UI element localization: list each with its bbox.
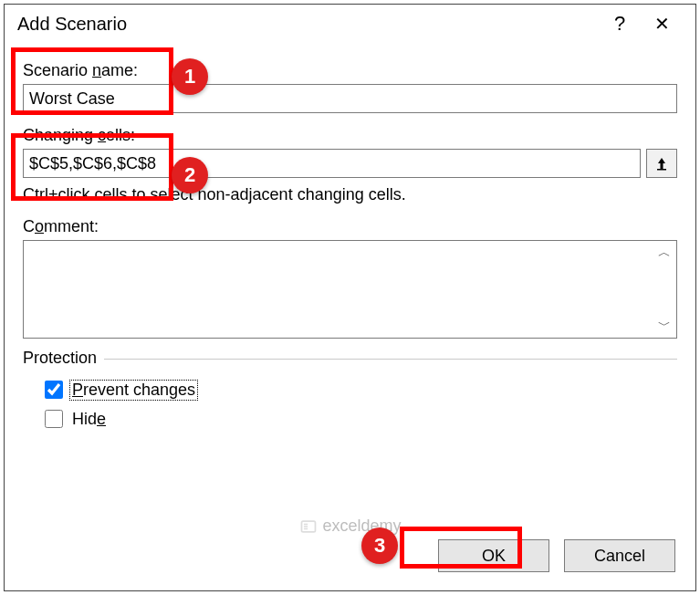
changing-cells-hint: Ctrl+click cells to select non-adjacent … [23, 185, 677, 204]
label-text: mment: [44, 217, 99, 235]
scenario-name-input[interactable] [23, 84, 677, 113]
cancel-button[interactable]: Cancel [564, 539, 675, 572]
dialog-title: Add Scenario [17, 14, 599, 35]
label-hotkey: o [35, 217, 44, 235]
changing-cells-row [23, 149, 677, 178]
collapse-dialog-button[interactable] [646, 149, 677, 178]
label-hotkey: c [98, 126, 106, 144]
comment-textarea[interactable]: ︿ ﹀ [23, 240, 677, 339]
dialog-buttons: OK Cancel [438, 539, 675, 572]
prevent-changes-label[interactable]: Prevent changes [70, 381, 197, 400]
hide-row: Hide [41, 407, 677, 431]
scenario-name-label: Scenario name: [23, 61, 677, 80]
svg-rect-0 [657, 169, 666, 171]
label-hotkey: P [72, 381, 83, 399]
hide-label[interactable]: Hide [70, 410, 108, 429]
scroll-up-icon[interactable]: ︿ [654, 243, 674, 263]
range-picker-icon [654, 156, 669, 171]
help-button[interactable]: ? [599, 12, 641, 36]
comment-label: Comment: [23, 217, 677, 236]
label-text: revent changes [83, 381, 195, 399]
hide-checkbox[interactable] [45, 410, 63, 428]
protection-group-title: Protection [23, 349, 104, 368]
watermark: exceldemy [298, 517, 401, 536]
watermark-icon [298, 517, 317, 536]
watermark-text: exceldemy [322, 517, 401, 536]
prevent-changes-row: Prevent changes [41, 378, 677, 402]
add-scenario-dialog: Add Scenario ? ✕ Scenario name: Changing… [4, 4, 696, 591]
label-hotkey: n [92, 61, 101, 79]
label-text: ame: [101, 61, 138, 79]
dialog-body: Scenario name: Changing cells: Ctrl+clic… [5, 43, 695, 431]
label-text: Changing [23, 126, 98, 144]
label-text: Hid [72, 410, 97, 428]
prevent-changes-checkbox[interactable] [45, 381, 63, 399]
label-text: ells: [106, 126, 135, 144]
scroll-down-icon[interactable]: ﹀ [654, 316, 674, 336]
titlebar: Add Scenario ? ✕ [5, 5, 695, 43]
changing-cells-label: Changing cells: [23, 126, 677, 145]
ok-button[interactable]: OK [438, 539, 549, 572]
label-hotkey: e [97, 410, 106, 428]
label-text: C [23, 217, 35, 235]
close-button[interactable]: ✕ [641, 13, 683, 35]
svg-rect-1 [301, 521, 315, 532]
changing-cells-input[interactable] [23, 149, 641, 178]
protection-group: Protection Prevent changes Hide [23, 359, 677, 431]
label-text: Scenario [23, 61, 92, 79]
